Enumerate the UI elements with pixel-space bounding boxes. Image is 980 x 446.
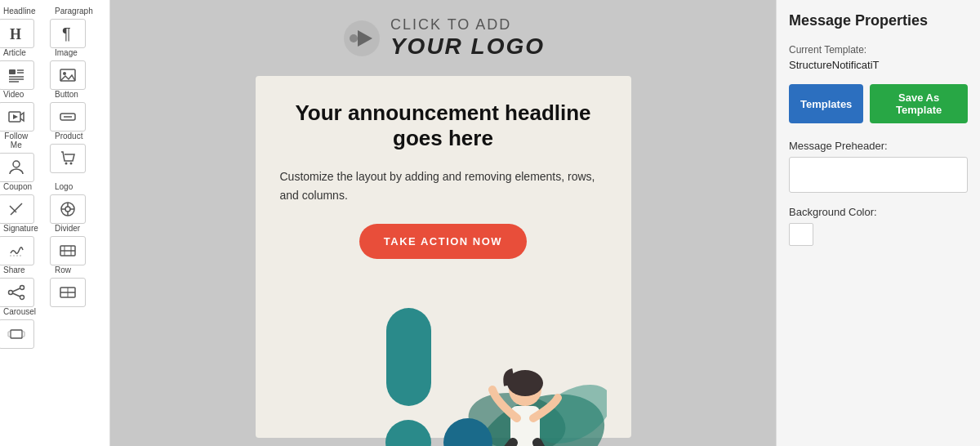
image-item[interactable]: [50, 60, 86, 90]
coupon-item[interactable]: [0, 194, 34, 224]
email-template: Your announcement headline goes here Cus…: [256, 76, 631, 438]
email-headline: Your announcement headline goes here: [280, 100, 607, 151]
article-item[interactable]: [0, 60, 34, 90]
carousel-item[interactable]: [0, 319, 34, 349]
bg-color-section: Background Color:: [789, 206, 968, 246]
svg-line-35: [12, 293, 20, 297]
product-item[interactable]: [50, 144, 86, 173]
share-label: Share: [3, 265, 25, 274]
svg-point-16: [69, 163, 72, 165]
templates-button[interactable]: Templates: [789, 84, 863, 123]
button-label: Button: [55, 90, 78, 99]
product-label: Product: [55, 132, 82, 140]
logo-placeholder-icon: [341, 18, 382, 59]
right-panel: Message Properties Current Template: Str…: [776, 0, 980, 446]
svg-rect-2: [9, 69, 16, 74]
video-item[interactable]: [0, 102, 34, 132]
svg-point-49: [385, 420, 431, 446]
divider-label: Divider: [55, 224, 80, 233]
current-template-label: Current Template:: [789, 44, 968, 56]
preheader-input[interactable]: [789, 157, 968, 193]
current-template-section: Current Template: StructureNotificatiT: [789, 44, 968, 71]
email-body-text: Customize the layout by adding and remov…: [280, 167, 607, 204]
headline-item[interactable]: H: [0, 19, 34, 48]
logo-label: Logo: [55, 182, 73, 191]
preheader-label: Message Preheader:: [789, 140, 968, 152]
image-label: Image: [55, 48, 78, 57]
bg-color-picker[interactable]: [789, 223, 813, 246]
email-illustration: [280, 283, 607, 446]
svg-rect-41: [22, 332, 24, 337]
follow-me-item[interactable]: [0, 153, 34, 182]
current-template-value: StructureNotificatiT: [789, 59, 968, 71]
svg-point-14: [13, 161, 20, 167]
svg-point-44: [350, 34, 358, 42]
follow-me-label: Follow Me: [3, 132, 29, 149]
template-button-row: Templates Save As Template: [789, 84, 968, 123]
row-item[interactable]: [50, 278, 86, 307]
svg-text:¶: ¶: [62, 25, 71, 42]
row-label: Row: [55, 265, 71, 274]
svg-rect-39: [11, 330, 22, 338]
announcement-illustration: [280, 283, 607, 446]
cta-button[interactable]: TAKE ACTION NOW: [359, 224, 527, 259]
logo-area[interactable]: CLICK TO ADD YOUR LOGO: [325, 8, 561, 68]
share-item[interactable]: [0, 278, 34, 307]
svg-rect-48: [386, 308, 431, 406]
paragraph-item[interactable]: ¶: [50, 19, 86, 48]
article-label: Article: [3, 48, 26, 57]
carousel-label: Carousel: [3, 307, 36, 316]
bg-color-label: Background Color:: [789, 206, 968, 218]
main-canvas: CLICK TO ADD YOUR LOGO Your announcement…: [110, 0, 776, 446]
paragraph-label: Paragraph: [55, 7, 93, 16]
coupon-label: Coupon: [3, 182, 32, 191]
svg-marker-11: [13, 114, 18, 119]
svg-point-15: [65, 163, 67, 165]
logo-your-logo-text: YOUR LOGO: [390, 33, 545, 60]
video-label: Video: [3, 90, 24, 99]
svg-line-34: [12, 288, 20, 292]
svg-line-18: [10, 206, 13, 209]
svg-point-21: [65, 207, 70, 212]
svg-text:H: H: [10, 26, 21, 42]
signature-item[interactable]: [0, 236, 34, 265]
svg-rect-40: [8, 332, 11, 337]
preheader-section: Message Preheader:: [789, 140, 968, 193]
headline-label: Headline: [3, 7, 35, 16]
logo-item[interactable]: [50, 194, 86, 224]
logo-click-text: CLICK TO ADD: [390, 16, 545, 33]
svg-point-9: [63, 72, 66, 75]
button-item[interactable]: [50, 102, 86, 132]
svg-point-33: [20, 296, 24, 300]
panel-title: Message Properties: [789, 12, 968, 29]
divider-item[interactable]: [50, 236, 86, 265]
svg-point-31: [20, 286, 24, 290]
save-as-template-button[interactable]: Save As Template: [870, 84, 968, 123]
logo-text-container: CLICK TO ADD YOUR LOGO: [390, 16, 545, 60]
left-sidebar: Headline H Paragraph ¶ Article: [0, 0, 110, 446]
svg-point-32: [8, 291, 12, 295]
signature-label: Signature: [3, 224, 38, 233]
